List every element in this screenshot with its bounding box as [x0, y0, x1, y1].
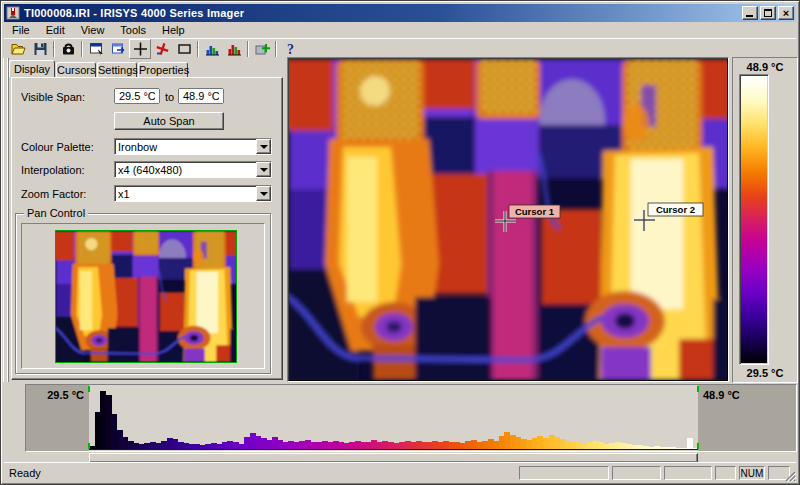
zoom-factor-select[interactable]: x1	[114, 185, 272, 202]
camera-button[interactable]	[57, 39, 79, 59]
auto-span-button[interactable]: Auto Span	[114, 112, 224, 130]
open-folder-icon	[10, 41, 27, 57]
maximize-button[interactable]	[760, 6, 776, 20]
toolbar-separator	[247, 41, 249, 57]
camera-icon	[60, 41, 77, 57]
toolbar-separator	[275, 41, 277, 57]
toolbar: ?	[4, 38, 796, 59]
pan-thumbnail-image	[56, 231, 236, 362]
close-button[interactable]: ×	[778, 6, 794, 20]
interpolation-value: x4 (640x480)	[118, 164, 182, 176]
colour-palette-select[interactable]: Ironbow	[114, 138, 272, 155]
image-plus-icon	[254, 41, 271, 57]
status-message: Ready	[9, 467, 41, 479]
span-min-tick[interactable]	[88, 443, 90, 449]
colour-palette-label: Colour Palette:	[21, 141, 94, 153]
scale-min-label: 29.5 °C	[733, 367, 797, 379]
interpolation-select[interactable]: x4 (640x480)	[114, 161, 272, 178]
minimize-icon	[746, 15, 753, 17]
menu-tools[interactable]: Tools	[112, 23, 154, 37]
add-cursor-button[interactable]	[151, 39, 173, 59]
save-floppy-icon	[32, 41, 49, 57]
pan-thumbnail[interactable]	[55, 230, 237, 363]
colour-palette-value: Ironbow	[118, 141, 157, 153]
thermal-image: Cursor 1 Cursor 2	[289, 59, 727, 380]
toolbar-separator	[197, 41, 199, 57]
resize-grip[interactable]	[783, 469, 796, 482]
toolbar-separator	[53, 41, 55, 57]
visible-span-label: Visible Span:	[21, 91, 85, 103]
chevron-down-icon[interactable]	[256, 186, 271, 201]
to-label: to	[165, 91, 174, 103]
status-num-indicator: NUM	[739, 466, 765, 480]
help-button[interactable]: ?	[279, 39, 301, 59]
analysis-button[interactable]	[251, 39, 273, 59]
close-icon: ×	[779, 6, 793, 20]
histogram-panel[interactable]: 29.5 °C 48.9 °C	[25, 384, 797, 452]
pan-control-label: Pan Control	[24, 207, 88, 219]
zoom-factor-label: Zoom Factor:	[21, 188, 86, 200]
interpolation-label: Interpolation:	[21, 164, 85, 176]
status-bar: Ready NUM	[4, 462, 796, 482]
status-panel	[612, 466, 661, 480]
chevron-down-icon[interactable]	[256, 162, 271, 177]
app-window: TI000008.IRI - IRISYS 4000 Series Imager…	[0, 0, 800, 485]
thermal-image-view[interactable]: Cursor 1 Cursor 2	[287, 57, 729, 382]
toolbar-separator	[81, 41, 83, 57]
temperature-scale: 48.9 °C 29.5 °C	[732, 57, 798, 383]
histogram-bars	[89, 385, 698, 450]
display-window-icon	[110, 41, 127, 57]
zoom-factor-value: x1	[118, 188, 130, 200]
scale-max-label: 48.9 °C	[733, 61, 797, 73]
histogram-red-icon	[226, 41, 243, 57]
minimize-button[interactable]	[742, 6, 758, 20]
span-to-input[interactable]	[178, 88, 224, 104]
menu-view[interactable]: View	[73, 23, 113, 37]
menu-bar: File Edit View Tools Help	[4, 22, 796, 38]
help-icon: ?	[282, 41, 299, 57]
histogram-blue-icon	[204, 41, 221, 57]
cursor-1-label: Cursor 1	[515, 206, 555, 217]
save-button[interactable]	[29, 39, 51, 59]
span-max-tick[interactable]	[697, 386, 699, 392]
histogram-max-label: 48.9 °C	[703, 389, 740, 401]
cursor-2-label: Cursor 2	[656, 204, 695, 215]
pane-splitter[interactable]	[3, 58, 9, 382]
tab-display[interactable]: Display	[9, 60, 55, 78]
menu-help[interactable]: Help	[154, 23, 193, 37]
status-panel	[664, 466, 712, 480]
open-button[interactable]	[7, 39, 29, 59]
title-bar[interactable]: TI000008.IRI - IRISYS 4000 Series Imager…	[4, 4, 796, 22]
histogram-red-button[interactable]	[223, 39, 245, 59]
region-button[interactable]	[173, 39, 195, 59]
rectangle-region-icon	[176, 41, 193, 57]
display-window-button[interactable]	[107, 39, 129, 59]
add-cursor-icon	[154, 41, 171, 57]
span-max-tick[interactable]	[697, 443, 699, 449]
span-from-input[interactable]	[114, 88, 160, 104]
histogram-min-label: 29.5 °C	[28, 389, 84, 401]
menu-file[interactable]: File	[4, 23, 38, 37]
app-icon	[6, 6, 20, 20]
properties-button[interactable]	[85, 39, 107, 59]
menu-edit[interactable]: Edit	[38, 23, 73, 37]
status-panel	[519, 466, 609, 480]
tab-properties[interactable]: Properties	[138, 62, 188, 78]
span-min-tick[interactable]	[88, 386, 90, 392]
tab-cursors[interactable]: Cursors	[56, 62, 96, 78]
cursor-tool-button[interactable]	[129, 39, 151, 59]
status-panel	[715, 466, 736, 480]
properties-window-icon	[88, 41, 105, 57]
maximize-icon	[764, 9, 772, 17]
chevron-down-icon[interactable]	[256, 139, 271, 154]
palette-gradient-bar	[739, 74, 769, 365]
svg-text:?: ?	[287, 42, 294, 57]
window-title: TI000008.IRI - IRISYS 4000 Series Imager	[24, 7, 244, 19]
histogram-blue-button[interactable]	[201, 39, 223, 59]
crosshair-icon	[132, 41, 149, 57]
tab-settings[interactable]: Settings	[97, 62, 137, 78]
